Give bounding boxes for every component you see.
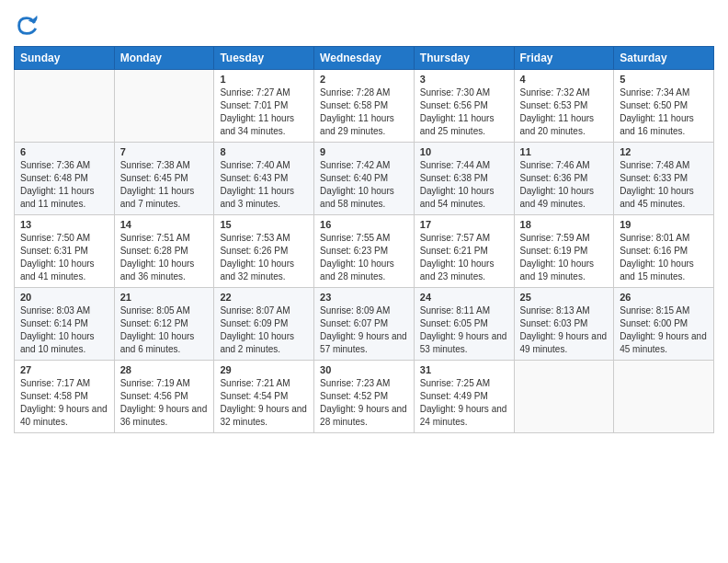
week-row-3: 13Sunrise: 7:50 AMSunset: 6:31 PMDayligh…	[15, 215, 714, 288]
day-number: 21	[120, 292, 209, 303]
day-number: 15	[220, 219, 308, 230]
day-cell: 19Sunrise: 8:01 AMSunset: 6:16 PMDayligh…	[614, 215, 714, 288]
day-detail: Sunrise: 8:05 AMSunset: 6:12 PMDaylight:…	[120, 304, 209, 356]
day-number: 11	[520, 146, 609, 157]
day-number: 20	[20, 292, 108, 303]
day-detail: Sunrise: 8:03 AMSunset: 6:14 PMDaylight:…	[20, 304, 108, 356]
weekday-header-wednesday: Wednesday	[314, 47, 415, 70]
day-cell: 3Sunrise: 7:30 AMSunset: 6:56 PMDaylight…	[414, 70, 514, 143]
day-detail: Sunrise: 7:36 AMSunset: 6:48 PMDaylight:…	[20, 159, 108, 211]
day-number: 27	[20, 364, 108, 375]
week-row-2: 6Sunrise: 7:36 AMSunset: 6:48 PMDaylight…	[15, 143, 714, 215]
day-cell: 11Sunrise: 7:46 AMSunset: 6:36 PMDayligh…	[514, 143, 614, 215]
day-number: 1	[220, 74, 308, 85]
day-cell: 31Sunrise: 7:25 AMSunset: 4:49 PMDayligh…	[414, 361, 514, 433]
day-number: 12	[620, 146, 708, 157]
day-number: 16	[320, 219, 408, 230]
week-row-1: 1Sunrise: 7:27 AMSunset: 7:01 PMDaylight…	[15, 70, 714, 143]
day-detail: Sunrise: 7:57 AMSunset: 6:21 PMDaylight:…	[420, 232, 508, 283]
logo	[14, 13, 41, 39]
day-cell: 30Sunrise: 7:23 AMSunset: 4:52 PMDayligh…	[314, 361, 415, 433]
day-detail: Sunrise: 7:28 AMSunset: 6:58 PMDaylight:…	[320, 86, 408, 138]
day-detail: Sunrise: 7:46 AMSunset: 6:36 PMDaylight:…	[520, 159, 609, 211]
day-cell: 23Sunrise: 8:09 AMSunset: 6:07 PMDayligh…	[314, 288, 415, 361]
day-cell: 8Sunrise: 7:40 AMSunset: 6:43 PMDaylight…	[214, 143, 314, 215]
day-cell: 28Sunrise: 7:19 AMSunset: 4:56 PMDayligh…	[114, 361, 214, 433]
day-number: 10	[420, 146, 508, 157]
day-number: 31	[420, 364, 508, 375]
day-cell	[114, 70, 214, 143]
day-cell: 24Sunrise: 8:11 AMSunset: 6:05 PMDayligh…	[414, 288, 514, 361]
day-number: 7	[120, 146, 209, 157]
day-detail: Sunrise: 8:11 AMSunset: 6:05 PMDaylight:…	[420, 304, 508, 356]
day-cell	[614, 361, 714, 433]
day-detail: Sunrise: 7:44 AMSunset: 6:38 PMDaylight:…	[420, 159, 508, 211]
day-detail: Sunrise: 7:30 AMSunset: 6:56 PMDaylight:…	[420, 86, 508, 138]
day-number: 22	[220, 292, 308, 303]
day-detail: Sunrise: 7:25 AMSunset: 4:49 PMDaylight:…	[420, 377, 508, 429]
week-row-4: 20Sunrise: 8:03 AMSunset: 6:14 PMDayligh…	[15, 288, 714, 361]
day-detail: Sunrise: 8:07 AMSunset: 6:09 PMDaylight:…	[220, 304, 308, 356]
day-number: 5	[620, 74, 708, 85]
day-cell	[514, 361, 614, 433]
day-number: 30	[320, 364, 408, 375]
day-number: 14	[120, 219, 209, 230]
day-cell: 13Sunrise: 7:50 AMSunset: 6:31 PMDayligh…	[15, 215, 115, 288]
day-cell: 4Sunrise: 7:32 AMSunset: 6:53 PMDaylight…	[514, 70, 614, 143]
day-cell: 26Sunrise: 8:15 AMSunset: 6:00 PMDayligh…	[614, 288, 714, 361]
day-number: 28	[120, 364, 209, 375]
weekday-header-monday: Monday	[114, 47, 214, 70]
day-detail: Sunrise: 7:17 AMSunset: 4:58 PMDaylight:…	[20, 377, 108, 429]
day-number: 25	[520, 292, 609, 303]
day-cell: 17Sunrise: 7:57 AMSunset: 6:21 PMDayligh…	[414, 215, 514, 288]
day-cell: 12Sunrise: 7:48 AMSunset: 6:33 PMDayligh…	[614, 143, 714, 215]
day-detail: Sunrise: 7:55 AMSunset: 6:23 PMDaylight:…	[320, 232, 408, 283]
day-number: 8	[220, 146, 308, 157]
weekday-header-saturday: Saturday	[614, 47, 714, 70]
day-detail: Sunrise: 7:21 AMSunset: 4:54 PMDaylight:…	[220, 377, 308, 429]
weekday-header-tuesday: Tuesday	[214, 47, 314, 70]
day-cell: 14Sunrise: 7:51 AMSunset: 6:28 PMDayligh…	[114, 215, 214, 288]
day-number: 26	[620, 292, 708, 303]
day-cell: 20Sunrise: 8:03 AMSunset: 6:14 PMDayligh…	[15, 288, 115, 361]
day-number: 13	[20, 219, 108, 230]
day-detail: Sunrise: 7:51 AMSunset: 6:28 PMDaylight:…	[120, 232, 209, 283]
day-cell: 25Sunrise: 8:13 AMSunset: 6:03 PMDayligh…	[514, 288, 614, 361]
day-number: 23	[320, 292, 408, 303]
day-detail: Sunrise: 7:40 AMSunset: 6:43 PMDaylight:…	[220, 159, 308, 211]
calendar-table: SundayMondayTuesdayWednesdayThursdayFrid…	[14, 46, 714, 433]
weekday-header-friday: Friday	[514, 47, 614, 70]
day-cell: 16Sunrise: 7:55 AMSunset: 6:23 PMDayligh…	[314, 215, 415, 288]
day-cell: 27Sunrise: 7:17 AMSunset: 4:58 PMDayligh…	[15, 361, 115, 433]
week-row-5: 27Sunrise: 7:17 AMSunset: 4:58 PMDayligh…	[15, 361, 714, 433]
day-detail: Sunrise: 7:50 AMSunset: 6:31 PMDaylight:…	[20, 232, 108, 283]
weekday-header-thursday: Thursday	[414, 47, 514, 70]
day-number: 9	[320, 146, 408, 157]
day-number: 4	[520, 74, 609, 85]
day-detail: Sunrise: 7:19 AMSunset: 4:56 PMDaylight:…	[120, 377, 209, 429]
day-detail: Sunrise: 7:34 AMSunset: 6:50 PMDaylight:…	[620, 86, 708, 138]
day-cell: 1Sunrise: 7:27 AMSunset: 7:01 PMDaylight…	[214, 70, 314, 143]
day-detail: Sunrise: 7:23 AMSunset: 4:52 PMDaylight:…	[320, 377, 408, 429]
day-detail: Sunrise: 8:13 AMSunset: 6:03 PMDaylight:…	[520, 304, 609, 356]
day-number: 17	[420, 219, 508, 230]
day-number: 18	[520, 219, 609, 230]
day-detail: Sunrise: 7:27 AMSunset: 7:01 PMDaylight:…	[220, 86, 308, 138]
header	[14, 9, 714, 39]
day-number: 2	[320, 74, 408, 85]
day-cell: 29Sunrise: 7:21 AMSunset: 4:54 PMDayligh…	[214, 361, 314, 433]
day-detail: Sunrise: 7:42 AMSunset: 6:40 PMDaylight:…	[320, 159, 408, 211]
day-number: 24	[420, 292, 508, 303]
day-cell: 9Sunrise: 7:42 AMSunset: 6:40 PMDaylight…	[314, 143, 415, 215]
weekday-header-sunday: Sunday	[15, 47, 115, 70]
day-cell: 2Sunrise: 7:28 AMSunset: 6:58 PMDaylight…	[314, 70, 415, 143]
day-cell: 22Sunrise: 8:07 AMSunset: 6:09 PMDayligh…	[214, 288, 314, 361]
day-detail: Sunrise: 7:53 AMSunset: 6:26 PMDaylight:…	[220, 232, 308, 283]
page: SundayMondayTuesdayWednesdayThursdayFrid…	[0, 0, 728, 447]
day-cell: 6Sunrise: 7:36 AMSunset: 6:48 PMDaylight…	[15, 143, 115, 215]
day-cell: 15Sunrise: 7:53 AMSunset: 6:26 PMDayligh…	[214, 215, 314, 288]
day-cell: 5Sunrise: 7:34 AMSunset: 6:50 PMDaylight…	[614, 70, 714, 143]
day-detail: Sunrise: 7:32 AMSunset: 6:53 PMDaylight:…	[520, 86, 609, 138]
day-detail: Sunrise: 7:48 AMSunset: 6:33 PMDaylight:…	[620, 159, 708, 211]
day-cell: 7Sunrise: 7:38 AMSunset: 6:45 PMDaylight…	[114, 143, 214, 215]
